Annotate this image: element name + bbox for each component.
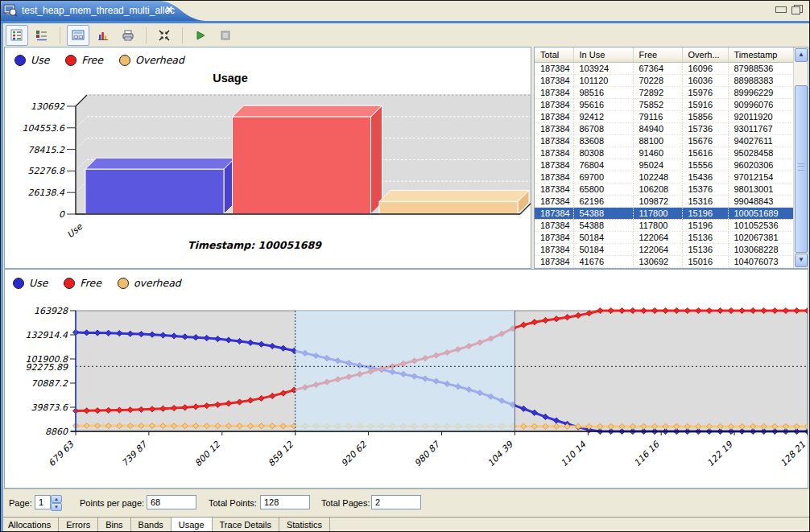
table-cell: 15136	[682, 244, 728, 256]
spin-up-icon[interactable]: ▲	[51, 495, 62, 503]
table-cell: 83608	[573, 135, 633, 147]
bottom-tab-usage[interactable]: Usage	[172, 518, 213, 532]
table-cell: 187384	[535, 232, 573, 244]
table-row[interactable]: 187384621961098721531699048843	[535, 196, 794, 208]
table-scrollbar[interactable]: ▲ ▼	[793, 47, 808, 268]
points-per-page-input[interactable]	[147, 495, 196, 509]
restore-icon[interactable]	[791, 5, 803, 14]
column-header[interactable]: Timestamp	[728, 47, 794, 63]
column-header[interactable]: In Use	[573, 47, 633, 63]
table-cell: 70228	[633, 75, 682, 87]
table-cell: 65800	[573, 184, 633, 196]
table-cell: 75852	[633, 99, 682, 111]
total-pages-field[interactable]	[371, 495, 421, 509]
table-row[interactable]: 187384697001022481543697012154	[535, 171, 794, 184]
pager-bar: Page: ▲ ▼ Points per page: Total Points:…	[1, 489, 809, 518]
table-row[interactable]: 18738476804950241555696020306	[535, 159, 794, 171]
print-icon[interactable]	[117, 25, 139, 46]
table-row[interactable]: 18738483608881001567694027611	[535, 135, 794, 147]
table-cell: 67364	[633, 63, 682, 75]
svg-text:104553.6: 104553.6	[23, 123, 65, 134]
table-cell: 50184	[573, 244, 633, 256]
table-cell: 95616	[573, 99, 633, 111]
table-cell: 90996076	[728, 99, 794, 111]
page-spinner: ▲ ▼	[35, 495, 62, 509]
table-row[interactable]: 1873845438811780015196100051689	[535, 208, 794, 220]
table-scroll-area: TotalIn UseFreeOverh...Timestamp 1873841…	[535, 47, 794, 268]
table-cell: 15436	[682, 171, 728, 184]
svg-text:122 19: 122 19	[705, 439, 735, 468]
table-row[interactable]: 18738492412791161585692011920	[535, 111, 794, 123]
table-row[interactable]: 187384103924673641609687988536	[535, 63, 794, 75]
grid-view-icon[interactable]	[6, 25, 28, 46]
svg-text:92275.89: 92275.89	[26, 362, 68, 373]
total-points-field[interactable]	[260, 495, 310, 509]
table-row[interactable]: 18738486708849401573693011767	[535, 123, 794, 135]
table-cell: 15976	[682, 87, 728, 99]
spin-down-icon[interactable]: ▼	[51, 503, 62, 511]
bottom-tab-bands[interactable]: Bands	[131, 518, 172, 532]
usage-table: TotalIn UseFreeOverh...Timestamp 1873841…	[535, 47, 794, 268]
toolbar-separator	[182, 27, 183, 43]
table-cell: 122064	[633, 244, 682, 256]
table-row[interactable]: 187384101120702281603688988383	[535, 75, 794, 87]
column-header[interactable]: Free	[633, 47, 682, 63]
stop-icon[interactable]	[214, 25, 237, 46]
table-row[interactable]: 18738495616758521591690996076	[535, 99, 794, 111]
table-cell: 84940	[633, 123, 682, 135]
table-cell: 41676	[573, 256, 633, 268]
column-header[interactable]: Total	[535, 47, 573, 63]
table-row[interactable]: 18738480308914601561695028458	[535, 147, 794, 159]
list-view-icon[interactable]	[31, 25, 53, 46]
run-icon[interactable]	[189, 25, 212, 46]
svg-text:0: 0	[59, 209, 65, 220]
page-input[interactable]	[35, 495, 51, 509]
bottom-tab-statistics[interactable]: Statistics	[279, 518, 330, 532]
table-row[interactable]: 1873844167613069215016104076073	[535, 256, 794, 268]
table-cell: 15376	[682, 184, 728, 196]
svg-text:980 87: 980 87	[412, 439, 443, 469]
usage-table-panel: TotalIn UseFreeOverh...Timestamp 1873841…	[534, 47, 808, 269]
table-cell: 102248	[633, 171, 682, 184]
bottom-tab-bins[interactable]: Bins	[98, 518, 130, 532]
usage-bar-panel: UseFreeOverhead Usage 026138.452276.8784…	[4, 47, 531, 269]
fit-window-icon[interactable]	[153, 25, 176, 46]
total-pages-label: Total Pages:	[321, 498, 370, 508]
bottom-tab-allocations[interactable]: Allocations	[1, 518, 59, 532]
table-cell: 98516	[573, 87, 633, 99]
minimize-icon[interactable]	[775, 6, 787, 13]
table-cell: 98013001	[728, 184, 794, 196]
page-label: Page:	[9, 498, 32, 508]
table-cell: 187384	[535, 171, 573, 184]
scrollbar-up-icon[interactable]: ▲	[795, 48, 808, 62]
tab-close-icon[interactable]: ✕	[165, 4, 173, 15]
scrollbar-thumb[interactable]	[795, 85, 808, 253]
table-cell: 117800	[633, 208, 682, 220]
table-cell: 187384	[535, 123, 573, 135]
bottom-tab-errors[interactable]: Errors	[59, 518, 98, 532]
table-row[interactable]: 187384658001062081537698013001	[535, 184, 794, 196]
table-cell: 15616	[682, 147, 728, 159]
table-row[interactable]: 1873845438811780015196101052536	[535, 220, 794, 232]
svg-text:110 14: 110 14	[559, 439, 589, 468]
table-row[interactable]: 18738498516728921597689996229	[535, 87, 794, 99]
table-cell: 15556	[682, 159, 728, 171]
bar-chart-icon[interactable]	[92, 25, 114, 46]
table-cell: 92011920	[728, 111, 794, 123]
editor-tab[interactable]: test_heap_mem_thread_multi_alloc	[22, 5, 175, 16]
table-row[interactable]: 1873845018412206415136102067381	[535, 232, 794, 244]
toolbar	[6, 23, 237, 47]
form-view-icon[interactable]	[67, 25, 89, 46]
table-cell: 72892	[633, 87, 682, 99]
table-cell: 80308	[573, 147, 633, 159]
table-cell: 100051689	[728, 208, 794, 220]
table-header-row: TotalIn UseFreeOverh...Timestamp	[535, 47, 794, 63]
svg-text:163928: 163928	[34, 306, 68, 316]
table-cell: 187384	[535, 159, 573, 171]
svg-text:128 21: 128 21	[779, 439, 808, 468]
column-header[interactable]: Overh...	[682, 47, 728, 63]
bottom-tab-trace-details[interactable]: Trace Details	[213, 518, 279, 532]
table-cell: 62196	[573, 196, 633, 208]
scrollbar-down-icon[interactable]: ▼	[795, 254, 808, 267]
table-row[interactable]: 1873845018412206415136103068228	[535, 244, 794, 256]
